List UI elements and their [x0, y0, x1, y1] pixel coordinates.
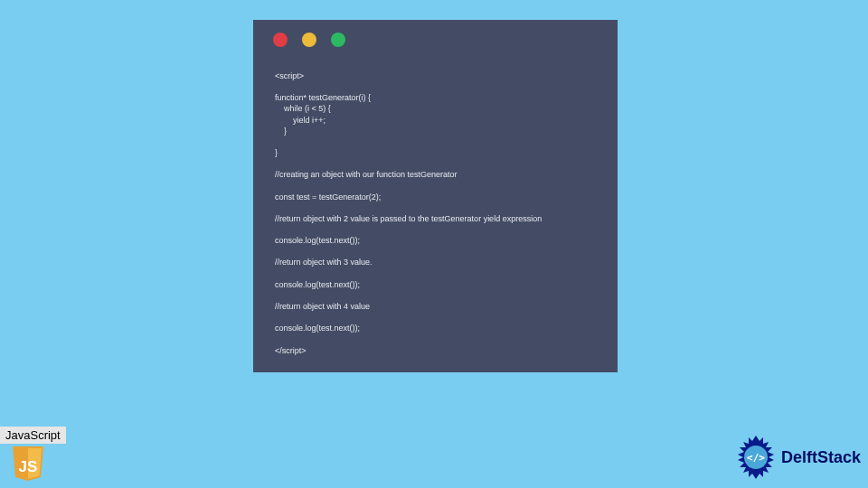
delftstack-text: DelftStack: [781, 448, 861, 467]
code-block: <script> function* testGenerator(i) { wh…: [253, 60, 618, 361]
javascript-label: JavaScript: [0, 427, 66, 444]
delftstack-logo: </> DelftStack: [732, 434, 861, 481]
svg-text:</>: </>: [747, 452, 765, 464]
window-minimize-dot-icon: [302, 33, 316, 47]
javascript-badge: JavaScript JS: [0, 427, 66, 483]
svg-text:JS: JS: [19, 458, 38, 475]
window-maximize-dot-icon: [331, 33, 345, 47]
javascript-shield-icon: JS: [11, 445, 45, 483]
delftstack-gear-icon: </>: [732, 434, 779, 481]
window-close-dot-icon: [273, 33, 288, 47]
window-title-bar: [253, 20, 618, 60]
code-window: <script> function* testGenerator(i) { wh…: [253, 20, 618, 372]
